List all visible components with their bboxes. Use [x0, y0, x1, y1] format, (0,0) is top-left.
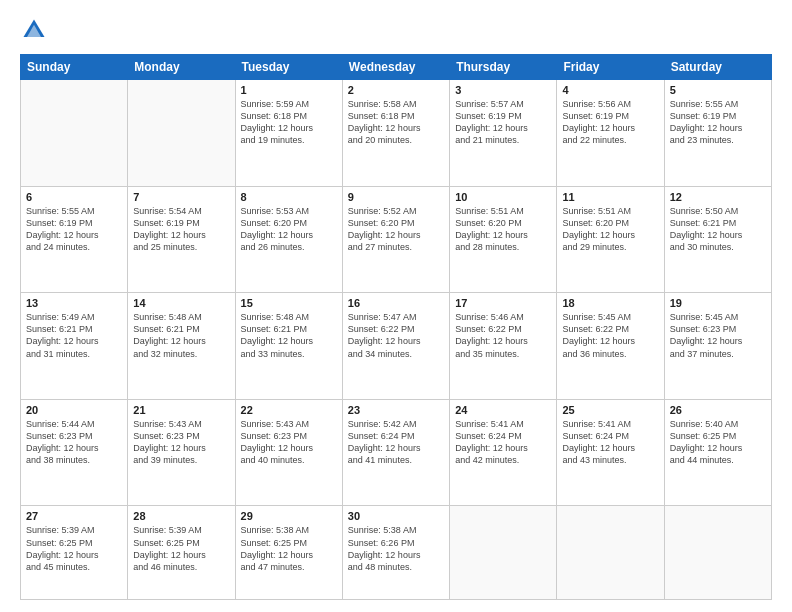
day-info: Sunrise: 5:50 AMSunset: 6:21 PMDaylight:…: [670, 205, 766, 254]
day-info: Sunrise: 5:41 AMSunset: 6:24 PMDaylight:…: [562, 418, 658, 467]
calendar-cell: 2Sunrise: 5:58 AMSunset: 6:18 PMDaylight…: [342, 80, 449, 187]
calendar-cell: 13Sunrise: 5:49 AMSunset: 6:21 PMDayligh…: [21, 293, 128, 400]
calendar-cell: 7Sunrise: 5:54 AMSunset: 6:19 PMDaylight…: [128, 186, 235, 293]
calendar-cell: 26Sunrise: 5:40 AMSunset: 6:25 PMDayligh…: [664, 399, 771, 506]
day-info: Sunrise: 5:55 AMSunset: 6:19 PMDaylight:…: [26, 205, 122, 254]
day-number: 14: [133, 297, 229, 309]
day-number: 8: [241, 191, 337, 203]
day-info: Sunrise: 5:42 AMSunset: 6:24 PMDaylight:…: [348, 418, 444, 467]
day-info: Sunrise: 5:45 AMSunset: 6:23 PMDaylight:…: [670, 311, 766, 360]
day-number: 10: [455, 191, 551, 203]
day-info: Sunrise: 5:46 AMSunset: 6:22 PMDaylight:…: [455, 311, 551, 360]
weekday-header-wednesday: Wednesday: [342, 55, 449, 80]
calendar-week-row: 27Sunrise: 5:39 AMSunset: 6:25 PMDayligh…: [21, 506, 772, 600]
header: [20, 16, 772, 44]
calendar-cell: 14Sunrise: 5:48 AMSunset: 6:21 PMDayligh…: [128, 293, 235, 400]
day-info: Sunrise: 5:57 AMSunset: 6:19 PMDaylight:…: [455, 98, 551, 147]
calendar-table: SundayMondayTuesdayWednesdayThursdayFrid…: [20, 54, 772, 600]
calendar-cell: 17Sunrise: 5:46 AMSunset: 6:22 PMDayligh…: [450, 293, 557, 400]
day-number: 17: [455, 297, 551, 309]
calendar-week-row: 13Sunrise: 5:49 AMSunset: 6:21 PMDayligh…: [21, 293, 772, 400]
calendar-cell: 29Sunrise: 5:38 AMSunset: 6:25 PMDayligh…: [235, 506, 342, 600]
day-number: 18: [562, 297, 658, 309]
day-info: Sunrise: 5:59 AMSunset: 6:18 PMDaylight:…: [241, 98, 337, 147]
day-number: 25: [562, 404, 658, 416]
day-info: Sunrise: 5:43 AMSunset: 6:23 PMDaylight:…: [241, 418, 337, 467]
calendar-cell: 12Sunrise: 5:50 AMSunset: 6:21 PMDayligh…: [664, 186, 771, 293]
day-number: 22: [241, 404, 337, 416]
day-info: Sunrise: 5:49 AMSunset: 6:21 PMDaylight:…: [26, 311, 122, 360]
day-number: 2: [348, 84, 444, 96]
day-number: 28: [133, 510, 229, 522]
day-info: Sunrise: 5:41 AMSunset: 6:24 PMDaylight:…: [455, 418, 551, 467]
weekday-header-saturday: Saturday: [664, 55, 771, 80]
day-info: Sunrise: 5:39 AMSunset: 6:25 PMDaylight:…: [26, 524, 122, 573]
day-number: 20: [26, 404, 122, 416]
calendar-cell: 24Sunrise: 5:41 AMSunset: 6:24 PMDayligh…: [450, 399, 557, 506]
calendar-cell: 6Sunrise: 5:55 AMSunset: 6:19 PMDaylight…: [21, 186, 128, 293]
calendar-cell: 16Sunrise: 5:47 AMSunset: 6:22 PMDayligh…: [342, 293, 449, 400]
logo: [20, 16, 52, 44]
day-info: Sunrise: 5:39 AMSunset: 6:25 PMDaylight:…: [133, 524, 229, 573]
page: SundayMondayTuesdayWednesdayThursdayFrid…: [0, 0, 792, 612]
day-number: 5: [670, 84, 766, 96]
calendar-cell: [21, 80, 128, 187]
calendar-cell: 25Sunrise: 5:41 AMSunset: 6:24 PMDayligh…: [557, 399, 664, 506]
weekday-header-thursday: Thursday: [450, 55, 557, 80]
calendar-cell: [128, 80, 235, 187]
calendar-cell: 22Sunrise: 5:43 AMSunset: 6:23 PMDayligh…: [235, 399, 342, 506]
day-number: 16: [348, 297, 444, 309]
calendar-cell: 20Sunrise: 5:44 AMSunset: 6:23 PMDayligh…: [21, 399, 128, 506]
day-info: Sunrise: 5:58 AMSunset: 6:18 PMDaylight:…: [348, 98, 444, 147]
day-number: 26: [670, 404, 766, 416]
day-info: Sunrise: 5:55 AMSunset: 6:19 PMDaylight:…: [670, 98, 766, 147]
day-number: 23: [348, 404, 444, 416]
calendar-cell: 10Sunrise: 5:51 AMSunset: 6:20 PMDayligh…: [450, 186, 557, 293]
calendar-cell: 3Sunrise: 5:57 AMSunset: 6:19 PMDaylight…: [450, 80, 557, 187]
day-number: 29: [241, 510, 337, 522]
day-number: 12: [670, 191, 766, 203]
weekday-header-monday: Monday: [128, 55, 235, 80]
day-info: Sunrise: 5:45 AMSunset: 6:22 PMDaylight:…: [562, 311, 658, 360]
day-info: Sunrise: 5:38 AMSunset: 6:25 PMDaylight:…: [241, 524, 337, 573]
day-info: Sunrise: 5:53 AMSunset: 6:20 PMDaylight:…: [241, 205, 337, 254]
calendar-cell: [557, 506, 664, 600]
day-info: Sunrise: 5:43 AMSunset: 6:23 PMDaylight:…: [133, 418, 229, 467]
logo-icon: [20, 16, 48, 44]
day-number: 9: [348, 191, 444, 203]
weekday-header-friday: Friday: [557, 55, 664, 80]
calendar-cell: [450, 506, 557, 600]
calendar-cell: 28Sunrise: 5:39 AMSunset: 6:25 PMDayligh…: [128, 506, 235, 600]
day-number: 4: [562, 84, 658, 96]
day-info: Sunrise: 5:38 AMSunset: 6:26 PMDaylight:…: [348, 524, 444, 573]
day-info: Sunrise: 5:51 AMSunset: 6:20 PMDaylight:…: [562, 205, 658, 254]
day-info: Sunrise: 5:54 AMSunset: 6:19 PMDaylight:…: [133, 205, 229, 254]
day-number: 6: [26, 191, 122, 203]
day-number: 19: [670, 297, 766, 309]
day-number: 24: [455, 404, 551, 416]
calendar-cell: 9Sunrise: 5:52 AMSunset: 6:20 PMDaylight…: [342, 186, 449, 293]
day-info: Sunrise: 5:44 AMSunset: 6:23 PMDaylight:…: [26, 418, 122, 467]
day-info: Sunrise: 5:48 AMSunset: 6:21 PMDaylight:…: [133, 311, 229, 360]
day-info: Sunrise: 5:51 AMSunset: 6:20 PMDaylight:…: [455, 205, 551, 254]
calendar-cell: 15Sunrise: 5:48 AMSunset: 6:21 PMDayligh…: [235, 293, 342, 400]
day-info: Sunrise: 5:40 AMSunset: 6:25 PMDaylight:…: [670, 418, 766, 467]
day-info: Sunrise: 5:56 AMSunset: 6:19 PMDaylight:…: [562, 98, 658, 147]
calendar-cell: 23Sunrise: 5:42 AMSunset: 6:24 PMDayligh…: [342, 399, 449, 506]
day-info: Sunrise: 5:52 AMSunset: 6:20 PMDaylight:…: [348, 205, 444, 254]
day-number: 27: [26, 510, 122, 522]
day-number: 21: [133, 404, 229, 416]
weekday-header-row: SundayMondayTuesdayWednesdayThursdayFrid…: [21, 55, 772, 80]
day-number: 11: [562, 191, 658, 203]
calendar-cell: 21Sunrise: 5:43 AMSunset: 6:23 PMDayligh…: [128, 399, 235, 506]
calendar-cell: 4Sunrise: 5:56 AMSunset: 6:19 PMDaylight…: [557, 80, 664, 187]
calendar-cell: 18Sunrise: 5:45 AMSunset: 6:22 PMDayligh…: [557, 293, 664, 400]
day-number: 1: [241, 84, 337, 96]
day-number: 3: [455, 84, 551, 96]
calendar-cell: 8Sunrise: 5:53 AMSunset: 6:20 PMDaylight…: [235, 186, 342, 293]
calendar-week-row: 6Sunrise: 5:55 AMSunset: 6:19 PMDaylight…: [21, 186, 772, 293]
calendar-cell: 27Sunrise: 5:39 AMSunset: 6:25 PMDayligh…: [21, 506, 128, 600]
calendar-week-row: 1Sunrise: 5:59 AMSunset: 6:18 PMDaylight…: [21, 80, 772, 187]
day-number: 13: [26, 297, 122, 309]
day-info: Sunrise: 5:47 AMSunset: 6:22 PMDaylight:…: [348, 311, 444, 360]
